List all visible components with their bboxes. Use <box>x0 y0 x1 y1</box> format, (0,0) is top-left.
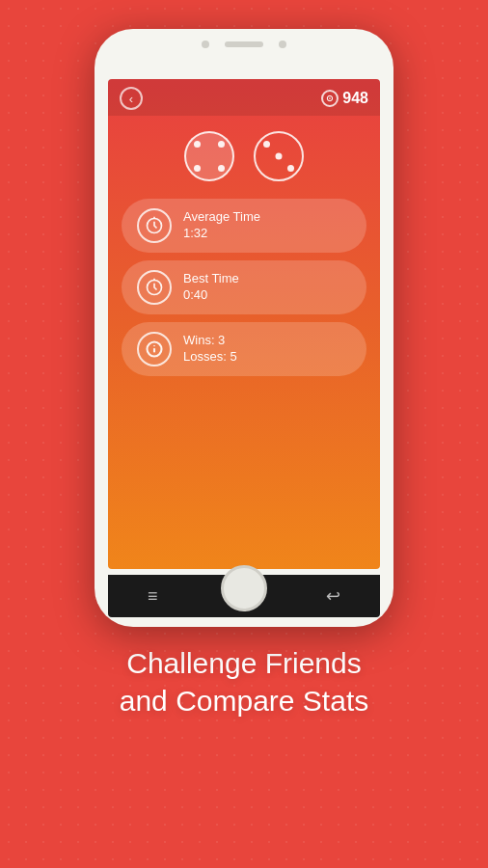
dot <box>218 165 225 172</box>
dice-selected[interactable] <box>184 131 234 181</box>
phone-shell: ‹ ⊙ 948 <box>95 29 393 627</box>
coins-value: 948 <box>342 90 368 107</box>
clock-icon-average <box>137 208 172 243</box>
phone-camera-right <box>279 41 286 48</box>
dice-dots-selected <box>192 139 227 174</box>
back-nav-icon[interactable]: ↩ <box>326 585 340 607</box>
coin-icon: ⊙ <box>321 90 339 107</box>
menu-nav-icon[interactable]: ≡ <box>148 586 158 607</box>
dice-unselected[interactable] <box>254 131 304 181</box>
stat-card-wins-losses: Wins: 3 Losses: 5 <box>122 322 366 376</box>
back-button[interactable]: ‹ <box>120 87 143 110</box>
stat-card-average-time: Average Time 1:32 <box>122 199 366 253</box>
stat-value-average: 1:32 <box>183 226 260 242</box>
coins-display: ⊙ 948 <box>321 90 368 107</box>
stat-text-wins: Wins: 3 Losses: 5 <box>183 333 237 366</box>
stat-text-best: Best Time 0:40 <box>183 271 239 304</box>
clock-icon-best <box>137 270 172 305</box>
stat-value-losses: Losses: 5 <box>183 349 237 366</box>
stat-card-best-time: Best Time 0:40 <box>122 260 366 314</box>
phone-screen: ‹ ⊙ 948 <box>108 79 380 569</box>
stat-text-average: Average Time 1:32 <box>183 209 260 242</box>
stat-label-wins: Wins: 3 <box>183 333 237 349</box>
stat-value-best: 0:40 <box>183 287 239 304</box>
stat-label-best: Best Time <box>183 271 239 287</box>
stats-container: Average Time 1:32 Best Time <box>108 193 380 382</box>
status-bar: ‹ ⊙ 948 <box>108 79 380 116</box>
dot <box>263 141 270 148</box>
dice-dots-unselected <box>261 139 296 174</box>
caption-text: Challenge Friends and Compare Stats <box>91 644 397 719</box>
dot <box>276 153 283 160</box>
stat-label-average: Average Time <box>183 209 260 226</box>
svg-point-6 <box>154 345 155 346</box>
dice-area <box>108 116 380 193</box>
phone-speaker <box>225 41 263 47</box>
phone-camera <box>202 41 209 48</box>
dot <box>194 141 201 148</box>
info-icon <box>137 332 172 366</box>
dot <box>218 141 225 148</box>
caption-line2: and Compare Stats <box>120 682 368 719</box>
phone-top-details <box>202 41 286 48</box>
caption-line1: Challenge Friends <box>120 644 368 682</box>
physical-home-button[interactable] <box>221 565 267 611</box>
dot <box>194 165 201 172</box>
dot <box>287 165 294 172</box>
back-icon: ‹ <box>129 92 133 106</box>
phone-device: ‹ ⊙ 948 <box>95 29 393 627</box>
